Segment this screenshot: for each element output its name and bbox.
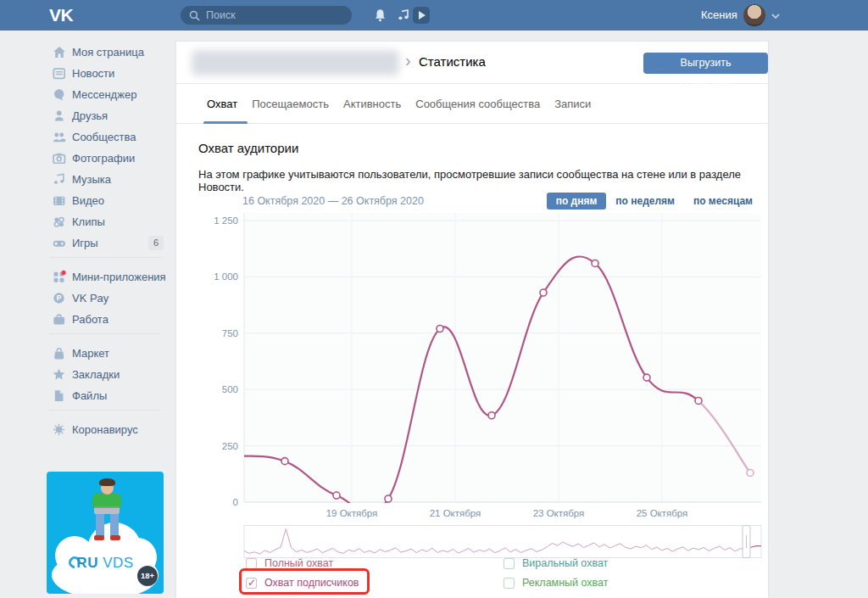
photos-icon [52,151,66,165]
reach-chart: 02505007501 0001 25019 Октября21 Октября… [204,211,772,561]
sidebar-item-communities[interactable]: Сообщества [0,126,174,148]
checkbox[interactable] [246,558,257,569]
sidebar-item-bookmarks[interactable]: Закладки [0,364,174,385]
sidebar-item-label: Игры [72,237,98,249]
sidebar-item-label: Сообщества [72,131,136,143]
bookmarks-icon [52,367,66,382]
data-point-marker[interactable] [643,374,650,381]
sidebar-item-music[interactable]: Музыка [0,169,174,190]
sidebar-item-label: Работа [72,313,108,326]
community-name-blurred[interactable] [192,50,399,75]
sidebar-item-label: Маркет [72,347,109,360]
sidebar-item-games[interactable]: Игры6 [0,232,174,254]
search-box[interactable] [181,6,352,25]
search-input[interactable] [206,9,343,21]
sidebar-item-work[interactable]: Работа [0,309,174,330]
x-axis-label: 19 Октября [326,508,378,518]
tab-охват[interactable]: Охват [207,84,237,123]
sidebar-item-label: Коронавирус [72,423,138,436]
y-axis-label: 250 [222,441,238,451]
sidebar-item-video[interactable]: Видео [0,190,174,211]
x-axis-label: 21 Октября [430,508,481,518]
page-title: Статистика [419,54,486,69]
breadcrumb-separator: › [405,51,411,70]
plot-area [244,213,761,502]
export-statistics-button[interactable]: Выгрузить статистику [643,53,768,74]
sidebar-item-label: Музыка [72,173,111,186]
checkbox[interactable] [504,578,515,589]
data-point-marker[interactable] [747,469,754,476]
data-point-marker[interactable] [333,492,340,499]
y-axis-label: 500 [222,384,238,394]
notifications-bell-icon[interactable] [373,8,387,23]
legend-checkbox-рекламный-охват[interactable]: Рекламный охват [504,577,609,589]
data-point-marker[interactable] [540,289,547,296]
data-point-marker[interactable] [385,495,392,502]
communities-icon [52,130,66,144]
music-icon [52,172,66,187]
user-avatar[interactable] [743,4,765,26]
content-card: › Статистика Выгрузить статистику ОхватП… [175,41,769,598]
ad-banner-ruvds[interactable]: RU VDS 18+ [47,472,164,594]
data-point-marker[interactable] [281,458,288,465]
clips-icon [52,215,66,229]
checkbox[interactable] [504,558,515,569]
video-play-button[interactable] [413,7,430,24]
tab-посещаемость[interactable]: Посещаемость [252,84,329,123]
sidebar-item-label: Друзья [72,109,108,122]
sidebar-item-market[interactable]: Маркет [0,343,174,364]
data-point-marker[interactable] [592,260,598,266]
tab-сообщения-сообщества[interactable]: Сообщения сообщества [415,84,540,123]
sidebar-item-friends[interactable]: Друзья [0,105,174,126]
vk-logo[interactable]: VK [49,0,73,31]
sidebar-item-clips[interactable]: Клипы [0,211,174,232]
navigator-box[interactable] [244,526,761,558]
sidebar-item-messenger[interactable]: Мессенджер [0,84,174,105]
ruvds-logo-ru: RU [76,555,98,571]
legend-checkbox-охват-подписчиков[interactable]: ✓Охват подписчиков [246,577,359,589]
tab-записи[interactable]: Записи [554,84,591,123]
sidebar-item-label: Мессенджер [72,88,136,101]
period-toggles: по днямпо неделямпо месяцам [547,193,762,210]
counter-badge: 6 [148,236,164,250]
legend-label: Виральный охват [522,557,608,569]
tab-активность[interactable]: Активность [343,84,401,123]
sidebar-item-coronavirus[interactable]: Коронавирус [0,419,174,440]
sidebar-divider [49,410,162,411]
sidebar-item-vkpay[interactable]: PVK Pay [0,288,174,309]
sidebar-item-news[interactable]: Новости [0,63,174,84]
period-toggle-по-дням[interactable]: по дням [547,193,607,210]
legend-checkbox-полный-охват[interactable]: Полный охват [246,557,333,569]
period-toggle-по-неделям[interactable]: по неделям [606,193,684,210]
vkpay-icon: P [52,291,66,305]
person-illustration [94,535,104,540]
person-illustration [99,478,115,486]
search-icon [189,10,200,21]
age-badge: 18+ [137,566,158,586]
period-toggle-по-месяцам[interactable]: по месяцам [684,193,762,210]
person-illustration [110,535,120,540]
home-icon [52,45,66,59]
sidebar-item-photos[interactable]: Фотографии [0,148,174,169]
sidebar-item-files[interactable]: Файлы [0,385,174,406]
chevron-down-icon[interactable] [771,12,781,20]
play-icon [419,11,426,20]
legend-label: Полный охват [264,557,333,569]
user-name[interactable]: Ксения [701,0,737,31]
y-axis-label: 750 [222,328,238,338]
date-range[interactable]: 16 Октября 2020 — 26 Октября 2020 [242,195,424,207]
sidebar-item-home[interactable]: Моя страница [0,42,174,63]
data-point-marker[interactable] [488,412,495,419]
data-point-marker[interactable] [437,325,443,332]
music-note-icon[interactable] [397,8,410,23]
checkbox[interactable]: ✓ [246,578,257,589]
sidebar-item-miniapps[interactable]: Мини-приложения [0,266,174,288]
x-axis-label: 25 Октября [637,508,688,518]
miniapps-icon [52,270,66,284]
legend-checkbox-виральный-охват[interactable]: Виральный охват [504,557,608,569]
statistics-tabs: ОхватПосещаемостьАктивностьСообщения соо… [176,84,768,124]
data-point-marker[interactable] [695,397,702,404]
market-icon [52,346,66,360]
legend-label: Охват подписчиков [264,577,359,589]
sidebar-item-label: VK Pay [72,292,108,305]
